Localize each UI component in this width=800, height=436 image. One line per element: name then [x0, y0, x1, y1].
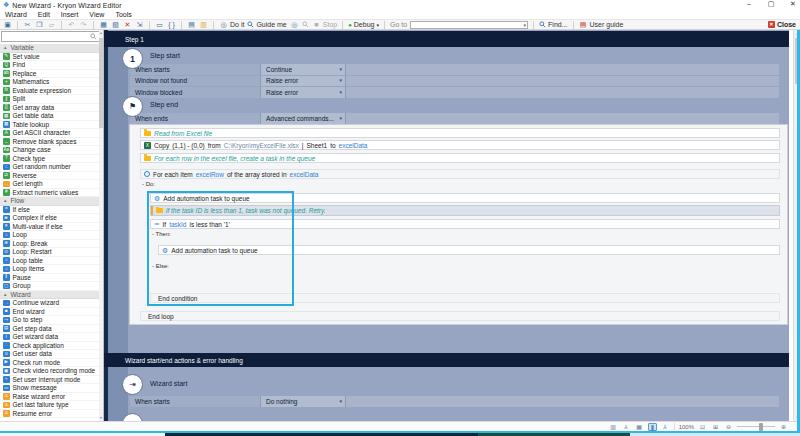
sidebar-item-get-wizard-data[interactable]: iGet wizard data [0, 333, 100, 342]
view-tree-icon[interactable]: ⅄ [661, 423, 670, 431]
view-grid-icon[interactable]: ▦ [635, 423, 644, 431]
view-layout-icon[interactable]: ▥ [609, 423, 618, 431]
minimize-button[interactable]: – [744, 0, 754, 8]
window-not-found-dropdown[interactable]: Raise error▾ [260, 76, 345, 87]
when-starts-dropdown[interactable]: Continue▾ [260, 64, 345, 75]
then-label[interactable]: - Then: [152, 231, 171, 237]
sidebar-item-check-run-mode[interactable]: ▶Check run mode [0, 359, 100, 368]
sidebar-item-group[interactable]: ▢Group [0, 282, 100, 291]
sidebar-item-split[interactable]: ∥Split [0, 95, 100, 104]
sidebar-item-end-wizard[interactable]: ■End wizard [0, 308, 100, 317]
sidebar-item-get-length[interactable]: ↔Get length [0, 180, 100, 189]
sidebar-scrollbar[interactable]: ▲ ▼ [99, 30, 103, 421]
stop-button[interactable]: ■ Stop [312, 20, 337, 29]
copy-excel-row[interactable]: X Copy (1,1) - (0,0) from C:\Kryon\myExc… [140, 140, 780, 150]
end-condition-row[interactable]: End condition [150, 293, 780, 303]
menu-edit[interactable]: Edit [38, 11, 50, 18]
sidebar-item-remove-blank-spaces[interactable]: _Remove blank spaces [0, 138, 100, 147]
comment-row[interactable]: Read from Excel file [140, 128, 780, 138]
zoom-slider-thumb[interactable] [759, 423, 763, 431]
rectangle-icon[interactable]: ▭ [155, 20, 164, 29]
sidebar-item-loop-items[interactable]: ○Loop items [0, 265, 100, 274]
sidebar-item-replace[interactable]: abReplace [0, 70, 100, 79]
sidebar-item-check-video-recording-mode[interactable]: ▣Check video recording mode [0, 367, 100, 376]
fit-screen-icon[interactable]: ⊡ [698, 423, 707, 431]
sidebar-category-wizard[interactable]: ▲Wizard [0, 291, 100, 300]
loop-row[interactable]: For each item excelRow of the array stor… [140, 169, 780, 179]
zoom-out-icon[interactable]: ⊖ [724, 423, 733, 431]
file-icon[interactable]: ▤ [187, 20, 196, 29]
view-document-icon[interactable]: ❚ [648, 423, 657, 431]
delete-icon[interactable]: ✕ [123, 20, 132, 29]
zoom-in-icon[interactable]: ⊕ [779, 423, 788, 431]
sidebar-item-reverse[interactable]: ⇄Reverse [0, 172, 100, 181]
guide-me-button[interactable]: Guide me [247, 21, 286, 28]
sidebar-item-get-table-data[interactable]: ▦Get table data [0, 112, 100, 121]
sidebar-item-resume-error[interactable]: ⚠Resume error [0, 410, 100, 419]
goto-input[interactable]: ▾ [410, 21, 528, 29]
window-blocked-dropdown[interactable]: Raise error▾ [260, 87, 345, 98]
do-label[interactable]: - Do: [142, 181, 155, 187]
capture-icon[interactable]: ▧ [111, 20, 120, 29]
undo-icon[interactable]: ↶ [67, 20, 76, 29]
sidebar-item-loop-break[interactable]: ⊗Loop: Break [0, 240, 100, 249]
menu-wizard[interactable]: Wizard [5, 11, 27, 18]
resize-icon[interactable]: ⇲ [135, 20, 144, 29]
sidebar-item-if-else[interactable]: =If else [0, 206, 100, 215]
comment-row[interactable]: For each row in the excel file, create a… [140, 153, 780, 163]
sidebar-item-loop[interactable]: ○Loop [0, 231, 100, 240]
sidebar-item-get-array-data[interactable]: []Get array data [0, 104, 100, 113]
sidebar-item-multi-value-if-else[interactable]: ≡Multi-value if else [0, 223, 100, 232]
sidebar-item-continue-wizard[interactable]: →Continue wizard [0, 299, 100, 308]
fit-width-icon[interactable]: ⊞ [711, 423, 720, 431]
sidebar-item-get-last-failure-type[interactable]: ⚠Get last failure type [0, 401, 100, 410]
target-icon[interactable]: ◎ [290, 20, 299, 29]
sidebar-search-input[interactable] [1, 31, 100, 42]
menu-view[interactable]: View [89, 11, 104, 18]
sidebar-item-loop-table[interactable]: ○Loop table [0, 257, 100, 266]
find-button[interactable]: Find... [539, 21, 567, 28]
sidebar-item-get-user-data[interactable]: uGet user data [0, 350, 100, 359]
menu-insert[interactable]: Insert [61, 11, 79, 18]
sidebar-item-table-lookup[interactable]: ▦Table lookup [0, 121, 100, 130]
sidebar-category-variable[interactable]: ▲Variable [0, 44, 100, 53]
user-guide-button[interactable]: ▤ User guide [579, 20, 624, 29]
wizard-actions-header[interactable]: Wizard start/end actions & error handlin… [104, 353, 789, 367]
sidebar-category-flow[interactable]: ▲Flow [0, 197, 100, 206]
cut-icon[interactable]: ✂ [23, 20, 32, 29]
close-window-button[interactable]: ✕ [788, 0, 798, 8]
redo-icon[interactable]: ↷ [79, 20, 88, 29]
sidebar-item-extract-numeric-values[interactable]: #Extract numeric values [0, 189, 100, 198]
sidebar-item-change-case[interactable]: AaChange case [0, 146, 100, 155]
scrollbar-thumb[interactable] [99, 38, 103, 128]
sidebar-item-loop-restart[interactable]: ⊙Loop: Restart [0, 248, 100, 257]
copy-icon[interactable]: ❐ [35, 20, 44, 29]
braces-icon[interactable]: { } [167, 20, 176, 29]
sidebar-item-get-ascii-character[interactable]: AGet ASCII character [0, 129, 100, 138]
sidebar-item-go-to-step[interactable]: ↪Go to step [0, 316, 100, 325]
close-wizard-button[interactable]: ✕ Close [768, 21, 796, 28]
debug-button[interactable]: ● Debug ▾ [348, 21, 379, 28]
add-task-row[interactable]: ⚙ Add automation task to queue [150, 193, 780, 203]
step1-header[interactable]: Step 1 [104, 31, 789, 47]
sidebar-item-evaluate-expression[interactable]: fxEvaluate expression [0, 87, 100, 96]
sidebar-item-check-type[interactable]: ?Check type [0, 155, 100, 164]
sidebar-item-set-value[interactable]: ✎Set value [0, 53, 100, 62]
sidebar-item-show-message[interactable]: ▭Show message [0, 384, 100, 393]
save-icon[interactable]: ▣ [3, 20, 12, 29]
if-condition-row[interactable]: ≔ If taskId is less than '1' [150, 219, 780, 229]
sidebar-item-check-application[interactable]: ◌Check application [0, 342, 100, 351]
sidebar-item-set-user-interrupt-mode[interactable]: ≈Set user interrupt mode [0, 376, 100, 385]
sidebar-item-pause[interactable]: ‖Pause [0, 274, 100, 283]
paste-icon[interactable]: ▱ [47, 20, 56, 29]
maximize-button[interactable]: ▢ [766, 0, 776, 8]
when-ends-dropdown[interactable]: Advanced commands...▾ [260, 113, 345, 124]
image-icon[interactable]: ▦ [99, 20, 108, 29]
sidebar-item-get-random-number[interactable]: ::Get random number [0, 163, 100, 172]
sidebar-item-mathematics[interactable]: +Mathematics [0, 78, 100, 87]
sidebar-item-raise-wizard-error[interactable]: ⚠Raise wizard error [0, 393, 100, 402]
view-steps-icon[interactable]: ⅄ [622, 423, 631, 431]
end-loop-row[interactable]: End loop [140, 311, 780, 321]
folder-open-icon[interactable]: ▥ [199, 20, 208, 29]
magnifier-gray-icon[interactable] [302, 21, 309, 28]
